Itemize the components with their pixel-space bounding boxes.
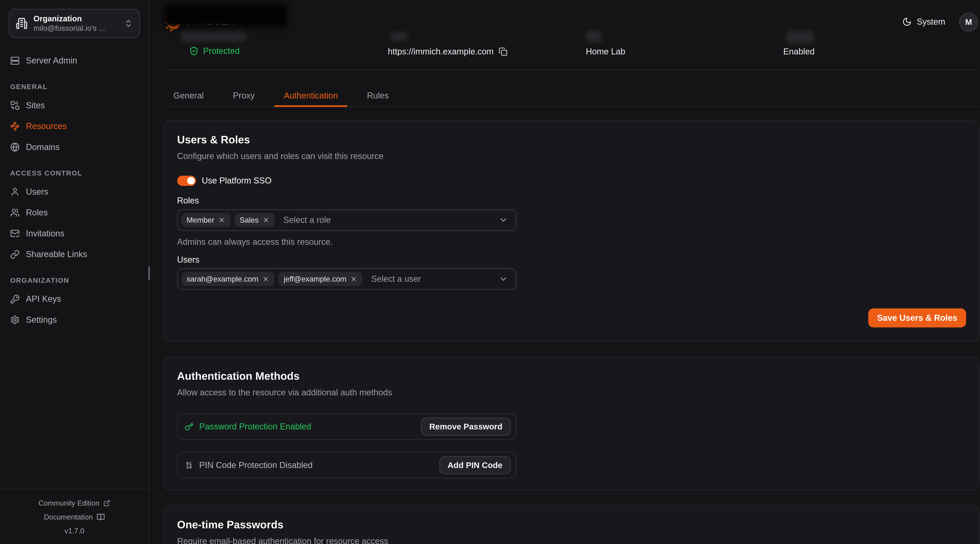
platform-sso-toggle[interactable]	[177, 176, 196, 186]
users-select[interactable]: sarah@example.com jeff@example.com Selec…	[177, 268, 516, 290]
remove-chip-icon[interactable]	[350, 276, 357, 282]
sidebar-item-server-admin[interactable]: Server Admin	[10, 54, 139, 67]
version-label: v1.7.0	[65, 527, 84, 535]
shield-check-icon	[189, 46, 199, 56]
binary-icon	[185, 461, 194, 469]
sidebar-item-label: Invitations	[26, 229, 64, 238]
user-chip-label: sarah@example.com	[186, 275, 258, 283]
password-protection-row: Password Protection Enabled Remove Passw…	[177, 413, 516, 440]
header-separator	[164, 70, 979, 70]
resource-site: Home Lab	[586, 47, 625, 56]
remove-password-button[interactable]: Remove Password	[421, 418, 511, 435]
theme-toggle[interactable]: System	[902, 17, 945, 27]
sidebar-item-label: Shareable Links	[26, 249, 87, 259]
link-icon	[10, 250, 20, 259]
key-icon	[185, 422, 194, 431]
resource-tabs: General Proxy Authentication Rules	[164, 86, 979, 107]
gear-icon	[10, 315, 20, 325]
sidebar-item-sites[interactable]: Sites	[10, 99, 139, 112]
mail-check-icon	[10, 229, 20, 238]
resources-icon	[10, 121, 20, 131]
community-edition-label: Community Edition	[38, 499, 99, 508]
org-value: milo@fossorial.io's ...	[33, 24, 118, 33]
sidebar-item-label: Domains	[26, 142, 60, 152]
user-chip: sarah@example.com	[181, 272, 274, 286]
sidebar-section-access-control: ACCESS CONTROL	[10, 169, 139, 177]
redacted-label	[786, 31, 814, 43]
sidebar-item-label: Roles	[26, 208, 48, 217]
server-icon	[10, 56, 20, 65]
sidebar-item-label: Resources	[26, 121, 67, 131]
users-field-label: Users	[177, 255, 966, 265]
admins-note: Admins can always access this resource.	[177, 237, 966, 247]
theme-label: System	[917, 17, 945, 27]
sidebar-footer: Community Edition Documentation v1.7.0	[0, 488, 149, 544]
resource-status-label: Protected	[203, 46, 240, 56]
avatar-initial: M	[965, 17, 972, 27]
sidebar-item-users[interactable]: Users	[10, 186, 139, 198]
community-edition-link[interactable]: Community Edition	[0, 496, 149, 510]
card-description: Allow access to the resource via additio…	[177, 387, 966, 398]
sidebar-nav: Server Admin GENERAL Sites Resources Do	[0, 47, 149, 326]
add-pin-code-button[interactable]: Add PIN Code	[439, 456, 511, 474]
main-area: PANGOLIN System M Protected https://immi…	[150, 0, 980, 544]
role-chip: Member	[181, 213, 230, 227]
user-chip: jeff@example.com	[278, 272, 362, 286]
resource-enabled: Enabled	[783, 47, 815, 56]
role-chip-label: Member	[186, 216, 215, 224]
resource-status: Protected	[189, 46, 240, 56]
sidebar-item-roles[interactable]: Roles	[10, 206, 139, 219]
users-icon	[10, 208, 20, 217]
sites-icon	[10, 101, 20, 110]
save-users-roles-button[interactable]: Save Users & Roles	[868, 308, 966, 327]
resource-url: https://immich.example.com	[388, 47, 508, 56]
app-version: v1.7.0	[0, 524, 149, 538]
auth-methods-card: Authentication Methods Allow access to t…	[164, 357, 979, 490]
otp-card: One-time Passwords Require email-based a…	[164, 505, 979, 544]
sidebar-item-settings[interactable]: Settings	[10, 314, 139, 326]
pin-status: PIN Code Protection Disabled	[199, 460, 313, 470]
copy-icon[interactable]	[499, 47, 508, 56]
sidebar-item-resources[interactable]: Resources	[10, 120, 139, 133]
card-title: Authentication Methods	[177, 370, 966, 382]
tab-rules[interactable]: Rules	[358, 86, 398, 106]
external-link-icon	[103, 500, 110, 507]
toggle-knob	[187, 177, 195, 185]
sidebar-item-label: API Keys	[26, 294, 61, 304]
org-selector-texts: Organization milo@fossorial.io's ...	[33, 14, 118, 33]
redacted-label	[390, 32, 407, 41]
sidebar-item-shareable-links[interactable]: Shareable Links	[10, 248, 139, 261]
sidebar-item-domains[interactable]: Domains	[10, 141, 139, 154]
org-selector[interactable]: Organization milo@fossorial.io's ...	[9, 9, 140, 38]
remove-chip-icon[interactable]	[262, 217, 269, 224]
sidebar-section-general: GENERAL	[10, 83, 139, 91]
card-title: One-time Passwords	[177, 519, 966, 531]
sidebar-item-api-keys[interactable]: API Keys	[10, 293, 139, 306]
users-placeholder: Select a user	[371, 274, 421, 284]
password-status: Password Protection Enabled	[199, 422, 311, 431]
remove-chip-icon[interactable]	[262, 276, 269, 282]
remove-chip-icon[interactable]	[218, 217, 225, 224]
roles-select[interactable]: Member Sales Select a role	[177, 209, 516, 231]
chevrons-up-down-icon	[124, 19, 133, 28]
chevron-down-icon	[499, 215, 508, 225]
tab-authentication[interactable]: Authentication	[274, 86, 347, 106]
roles-placeholder: Select a role	[283, 215, 331, 225]
tab-proxy[interactable]: Proxy	[223, 86, 264, 106]
chevron-down-icon	[499, 274, 508, 284]
tab-general[interactable]: General	[164, 86, 213, 106]
sidebar-item-invitations[interactable]: Invitations	[10, 227, 139, 240]
sso-label: Use Platform SSO	[202, 176, 272, 186]
sidebar-item-label: Server Admin	[26, 56, 77, 65]
avatar[interactable]: M	[959, 13, 978, 32]
card-description: Require email-based authentication for r…	[177, 535, 966, 544]
sidebar-item-label: Settings	[26, 315, 57, 325]
user-chip-label: jeff@example.com	[283, 275, 347, 283]
moon-icon	[902, 17, 912, 27]
sidebar: Organization milo@fossorial.io's ... Ser…	[0, 0, 150, 544]
building-icon	[16, 17, 28, 29]
sidebar-item-label: Sites	[26, 101, 45, 110]
documentation-label: Documentation	[44, 513, 93, 521]
redacted-resource-name	[166, 6, 285, 25]
documentation-link[interactable]: Documentation	[0, 510, 149, 524]
